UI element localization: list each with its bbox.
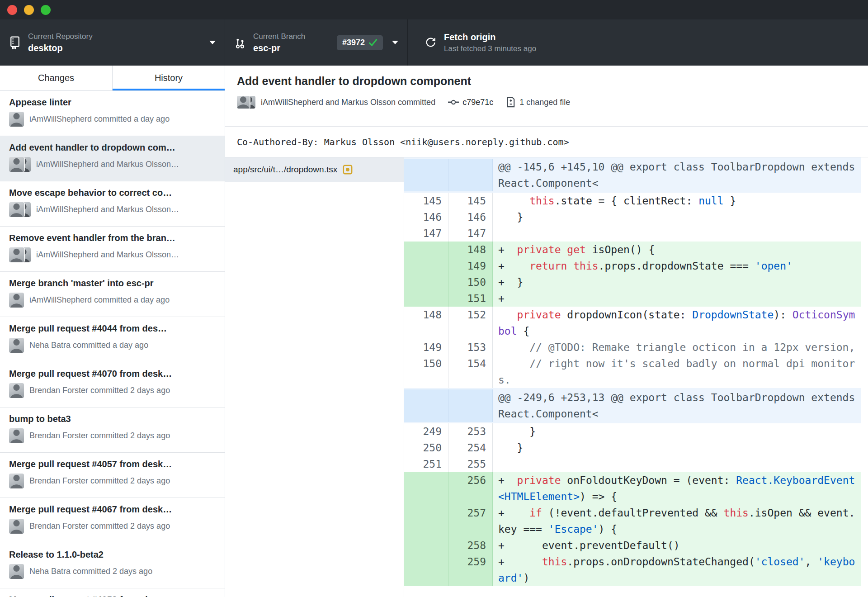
commit-list-item[interactable]: bump to beta3Brendan Forster committed 2… [0,407,225,453]
branch-switcher-button[interactable]: Current Branch esc-pr #3972 [225,19,408,66]
old-line-number: 251 [404,456,448,472]
diff-line: 249253 } [404,423,861,440]
fetch-origin-button[interactable]: Fetch origin Last fetched 3 minutes ago [408,19,649,66]
avatar [9,428,24,443]
avatar [9,293,24,308]
file-list-item[interactable]: app/src/ui/t…/dropdown.tsx [225,157,404,182]
commit-item-byline: iAmWillShepherd and Markus Olsson… [36,160,179,169]
new-line-number: 256 [448,472,493,505]
repository-name: desktop [28,43,93,53]
chevron-down-icon [209,41,216,44]
commit-item-meta: Neha Batra committed 2 days ago [9,564,216,579]
commit-list-item[interactable]: Appease linteriAmWillShepherd committed … [0,91,225,136]
diff-line: 250254 } [404,440,861,456]
commit-list-item[interactable]: Merge pull request #4057 from desk…Brend… [0,453,225,498]
commit-item-title: Remove event handler from the bran… [9,233,216,243]
commit-sha: c79e71c [462,98,493,107]
diff-code-text: + private get isOpen() { [493,242,861,258]
avatar [9,112,24,127]
diff-code-text [493,456,861,472]
commit-item-byline: Brendan Forster committed 2 days ago [29,521,170,531]
avatar [9,247,24,262]
commit-title: Add event handler to dropdown component [237,75,856,88]
commit-list-item[interactable]: Merge pull request #4070 from desk…Brend… [0,362,225,407]
new-line-number: 148 [448,242,493,258]
pr-number: #3972 [342,38,365,47]
diff-code-text: + this.props.onDropdownStateChanged('clo… [493,554,861,586]
old-line-number: 149 [404,339,448,355]
branch-name: esc-pr [253,43,305,53]
avatar [9,383,24,398]
commit-list-item[interactable]: Merge pull request #4067 from desk…Brend… [0,498,225,543]
commit-item-meta: Brendan Forster committed 2 days ago [9,383,216,398]
commit-header: Add event handler to dropdown component … [225,66,868,127]
branch-label: Current Branch [253,32,305,41]
commit-item-byline: Neha Batra committed 2 days ago [29,567,152,576]
fetch-subtitle: Last fetched 3 minutes ago [444,44,536,53]
new-line-number: 154 [448,355,493,388]
old-line-number: 249 [404,423,448,440]
old-line-number [404,389,448,422]
avatar [9,338,24,353]
old-line-number [404,554,448,586]
diff-hunk-header: @@ -145,6 +145,10 @@ export class Toolba… [404,157,861,193]
new-line-number: 255 [448,456,493,472]
commit-detail-pane: Add event handler to dropdown component … [225,66,868,597]
commit-item-meta: iAmWillShepherd and Markus Olsson… [9,202,216,217]
commit-item-byline: Neha Batra committed a day ago [29,341,148,350]
commit-list-item[interactable]: Release to 1.1.0-beta2Neha Batra committ… [0,543,225,588]
commit-item-byline: iAmWillShepherd and Markus Olsson… [36,250,179,260]
commit-byline: iAmWillShepherd and Markus Olsson commit… [261,98,435,107]
diff-scrollbar[interactable] [861,157,868,597]
commit-list-item[interactable]: Merge branch 'master' into esc-priAmWill… [0,272,225,317]
changed-files-list: app/src/ui/t…/dropdown.tsx [225,157,404,597]
pr-number-badge: #3972 [337,35,383,50]
repository-switcher-button[interactable]: Current Repository desktop [0,19,225,66]
close-window-button[interactable] [7,5,17,15]
diff-code-text: @@ -249,6 +253,13 @@ export class Toolba… [493,389,861,422]
minimize-window-button[interactable] [24,5,34,15]
file-diff-icon [506,97,516,108]
commit-item-meta: Neha Batra committed a day ago [9,338,216,353]
commit-list-item[interactable]: Add event handler to dropdown com…iAmWil… [0,136,225,181]
new-line-number: 150 [448,274,493,290]
commit-list-item[interactable]: Remove event handler from the bran…iAmWi… [0,227,225,272]
diff-line: 149+ return this.props.dropdownState ===… [404,258,861,274]
commit-item-meta: Brendan Forster committed 2 days ago [9,428,216,443]
diff-line: 258+ event.preventDefault() [404,537,861,554]
commit-item-title: Appease linter [9,97,216,108]
commit-item-meta: iAmWillShepherd and Markus Olsson… [9,157,216,172]
commit-list-item[interactable]: Merge pull request #4053 from des… [0,588,225,597]
new-line-number: 152 [448,307,493,339]
old-line-number: 146 [404,209,448,225]
old-line-number [404,242,448,258]
diff-code-text: + } [493,274,861,290]
commit-item-byline: iAmWillShepherd committed a day ago [29,114,170,124]
commit-item-byline: Brendan Forster committed 2 days ago [29,476,170,486]
old-line-number [404,258,448,274]
diff-line: 150+ } [404,274,861,290]
diff-code-text [493,225,861,242]
diff-code-text: + return this.props.dropdownState === 'o… [493,258,861,274]
commit-list-item[interactable]: Merge pull request #4044 from des…Neha B… [0,317,225,362]
commit-item-meta: Brendan Forster committed 2 days ago [9,519,216,534]
commit-item-title: Merge branch 'master' into esc-pr [9,278,216,289]
avatar [9,564,24,579]
check-icon [368,38,377,47]
diff-view: @@ -145,6 +145,10 @@ export class Toolba… [404,157,868,597]
tab-history[interactable]: History [113,66,225,90]
commit-list-item[interactable]: Move escape behavior to correct co…iAmWi… [0,181,225,227]
chevron-down-icon [392,41,398,44]
tab-changes[interactable]: Changes [0,66,113,90]
avatar [9,202,24,217]
avatar [9,157,24,172]
zoom-window-button[interactable] [41,5,51,15]
diff-code-text: } [493,209,861,225]
history-sidebar: Changes History Appease linteriAmWillShe… [0,66,225,597]
new-line-number [448,389,493,422]
commit-item-meta: iAmWillShepherd and Markus Olsson… [9,247,216,262]
diff-code-text: + if (!event.defaultPrevented && this.is… [493,505,861,537]
old-line-number [404,159,448,191]
old-line-number: 148 [404,307,448,339]
github-desktop-window: Current Repository desktop Current Branc… [0,0,868,597]
